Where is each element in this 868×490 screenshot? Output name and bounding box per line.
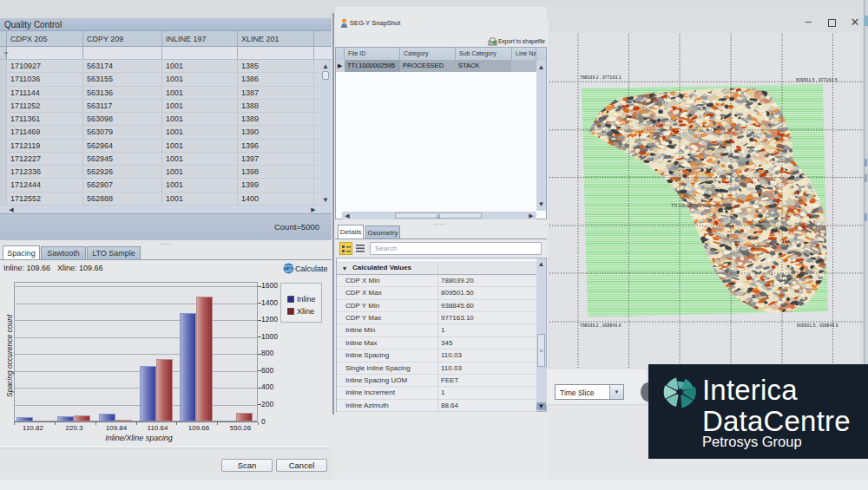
svg-text:788039.2 , 938845.6: 788039.2 , 938845.6 <box>580 323 621 328</box>
svg-text:TTI.1000002595.TeapotDome.3D.s: TTI.1000002595.TeapotDome.3D.sgy <box>671 204 741 208</box>
svg-text:809501.5 , 977163.5: 809501.5 , 977163.5 <box>796 77 838 82</box>
svg-text:788039.2 , 977163.1: 788039.2 , 977163.1 <box>580 75 621 80</box>
svg-text:809501.5 , 938845.6: 809501.5 , 938845.6 <box>797 323 838 328</box>
